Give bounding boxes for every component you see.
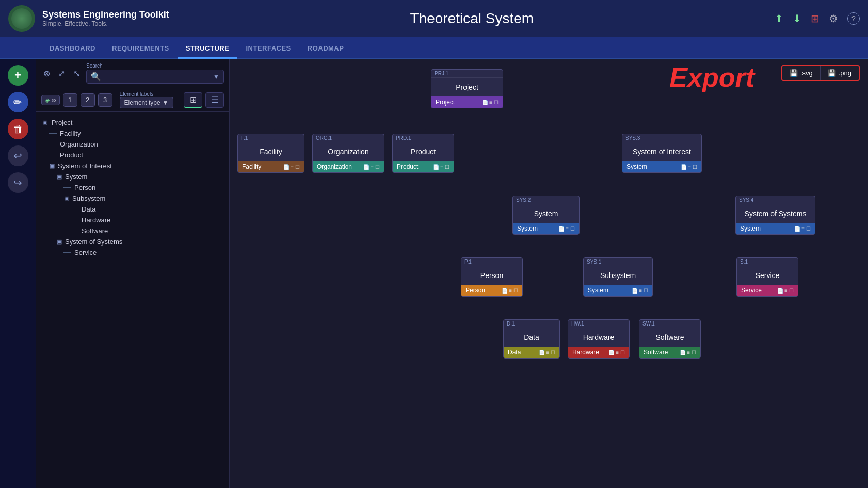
node-p1-label: Person bbox=[465, 287, 485, 294]
node-d1[interactable]: D.1 Data Data 📄 ≡ ☐ bbox=[503, 319, 560, 359]
chevron-down-icon: ▼ bbox=[163, 99, 169, 106]
app-name: Systems Engineering Toolkit bbox=[42, 9, 169, 20]
app-subtitle: Simple. Effective. Tools. bbox=[42, 20, 169, 27]
search-input[interactable] bbox=[104, 73, 213, 80]
node-sys3-header: SYS.3 bbox=[622, 134, 701, 142]
node-org1-footer: Organization 📄 ≡ ☐ bbox=[313, 161, 384, 172]
node-sys4-icons: 📄 ≡ ☐ bbox=[794, 226, 811, 232]
add-icon[interactable]: ⊞ bbox=[811, 12, 819, 25]
node-d1-header: D.1 bbox=[504, 320, 559, 328]
node-sys2-footer: System 📄 ≡ ☐ bbox=[513, 223, 579, 234]
node-sw1-header: SW.1 bbox=[639, 320, 700, 328]
tree-item-project[interactable]: ▣ Project bbox=[36, 117, 229, 128]
node-prd1[interactable]: PRD.1 Product Product 📄 ≡ ☐ bbox=[392, 134, 454, 173]
node-s1-header: S.1 bbox=[737, 258, 798, 266]
tab-dashboard[interactable]: DASHBOARD bbox=[41, 39, 104, 59]
node-hw1-body: Hardware bbox=[568, 328, 629, 347]
tree-item-data[interactable]: Data bbox=[36, 204, 229, 215]
node-sw1-icons: 📄 ≡ ☐ bbox=[680, 350, 696, 355]
tree-item-sos[interactable]: ▣ System of Systems bbox=[36, 236, 229, 247]
element-labels-label: Element labels bbox=[120, 91, 173, 97]
tree-item-software[interactable]: Software bbox=[36, 225, 229, 236]
node-prj1-header: PRJ.1 bbox=[431, 70, 503, 78]
node-hw1-header: HW.1 bbox=[568, 320, 629, 328]
main: + ✏ 🗑 ↩ ↪ ⊗ ⤢ ⤡ Search 🔍 ▼ ◈ ∞ bbox=[0, 59, 868, 488]
edit-button[interactable]: ✏ bbox=[8, 92, 28, 112]
expand-icon[interactable]: ⤢ bbox=[56, 67, 67, 80]
redo-button[interactable]: ↪ bbox=[8, 172, 28, 193]
node-f1[interactable]: F.1 Facility Facility 📄 ≡ ☐ bbox=[237, 134, 304, 173]
tree-item-organization[interactable]: Organization bbox=[36, 139, 229, 150]
export-label: Export bbox=[669, 62, 754, 93]
node-sys4[interactable]: SYS.4 System of Systems System 📄 ≡ ☐ bbox=[735, 196, 815, 235]
expand-project-icon: ▣ bbox=[41, 119, 49, 126]
settings-icon[interactable]: ⚙ bbox=[829, 12, 838, 25]
depth-1-button[interactable]: 1 bbox=[63, 93, 77, 107]
node-hw1-label: Hardware bbox=[572, 349, 599, 356]
collapse-icon[interactable]: ⤡ bbox=[71, 67, 82, 80]
tab-interfaces[interactable]: INTERFACES bbox=[237, 39, 299, 59]
tree-item-hardware[interactable]: Hardware bbox=[36, 215, 229, 225]
export-svg-button[interactable]: 💾 .svg bbox=[782, 66, 821, 80]
close-icon[interactable]: ⊗ bbox=[41, 67, 52, 80]
node-s1[interactable]: S.1 Service Service 📄 ≡ ☐ bbox=[736, 257, 798, 297]
delete-button[interactable]: 🗑 bbox=[8, 119, 28, 139]
expand-subsystem-icon: ▣ bbox=[63, 195, 70, 202]
node-p1[interactable]: P.1 Person Person 📄 ≡ ☐ bbox=[461, 257, 523, 297]
tree-item-facility[interactable]: Facility bbox=[36, 128, 229, 139]
node-p1-footer: Person 📄 ≡ ☐ bbox=[461, 285, 522, 296]
tree-label-system: System bbox=[65, 173, 87, 181]
node-prj1[interactable]: PRJ.1 Project Project 📄 ≡ ☐ bbox=[431, 69, 503, 108]
tree-item-system[interactable]: ▣ System bbox=[36, 171, 229, 182]
tree-item-person[interactable]: Person bbox=[36, 182, 229, 193]
search-dropdown-icon[interactable]: ▼ bbox=[213, 73, 219, 80]
node-sys1[interactable]: SYS.1 Subsystem System 📄 ≡ ☐ bbox=[583, 257, 653, 297]
node-org1[interactable]: ORG.1 Organization Organization 📄 ≡ ☐ bbox=[312, 134, 384, 173]
export-png-button[interactable]: 💾 .png bbox=[821, 66, 859, 80]
node-prd1-header: PRD.1 bbox=[393, 134, 454, 142]
tree-item-soi[interactable]: ▣ System of Interest bbox=[36, 160, 229, 171]
node-sys1-icons: 📄 ≡ ☐ bbox=[632, 288, 648, 294]
node-sys2[interactable]: SYS.2 System System 📄 ≡ ☐ bbox=[512, 196, 580, 235]
layer-selector[interactable]: ◈ ∞ bbox=[41, 95, 60, 105]
node-sys3-footer: System 📄 ≡ ☐ bbox=[622, 161, 701, 172]
svg-label: .svg bbox=[800, 69, 813, 77]
node-f1-label: Facility bbox=[242, 163, 261, 170]
save-icon: 💾 bbox=[790, 69, 798, 77]
tree-item-product[interactable]: Product bbox=[36, 150, 229, 160]
add-element-button[interactable]: + bbox=[8, 65, 28, 86]
undo-button[interactable]: ↩ bbox=[8, 145, 28, 166]
nav-tabs: DASHBOARD REQUIREMENTS STRUCTURE INTERFA… bbox=[0, 37, 868, 59]
node-hw1[interactable]: HW.1 Hardware Hardware 📄 ≡ ☐ bbox=[568, 319, 630, 359]
node-hw1-footer: Hardware 📄 ≡ ☐ bbox=[568, 347, 629, 358]
tab-requirements[interactable]: REQUIREMENTS bbox=[104, 39, 178, 59]
node-sys3-label: System bbox=[626, 163, 647, 170]
download-icon[interactable]: ⬇ bbox=[793, 12, 801, 25]
canvas: 💾 .svg 💾 .png Export bbox=[230, 59, 868, 488]
tree-label-project: Project bbox=[52, 119, 72, 126]
tree-label-service: Service bbox=[74, 249, 97, 256]
tree-item-service[interactable]: Service bbox=[36, 247, 229, 258]
app-logo bbox=[8, 5, 35, 32]
element-type-selector[interactable]: Element type ▼ bbox=[120, 97, 173, 108]
upload-icon[interactable]: ⬆ bbox=[775, 12, 783, 25]
tree-item-subsystem[interactable]: ▣ Subsystem bbox=[36, 193, 229, 204]
depth-3-button[interactable]: 3 bbox=[98, 93, 112, 107]
dash-icon bbox=[70, 231, 78, 231]
node-sys1-body: Subsystem bbox=[584, 266, 652, 285]
node-d1-icons: 📄 ≡ ☐ bbox=[539, 350, 555, 355]
node-sys1-label: System bbox=[588, 287, 608, 294]
depth-2-button[interactable]: 2 bbox=[81, 93, 95, 107]
tab-roadmap[interactable]: ROADMAP bbox=[299, 39, 352, 59]
diagram-area[interactable]: PRJ.1 Project Project 📄 ≡ ☐ F.1 Facility… bbox=[230, 59, 868, 488]
list-view-button[interactable]: ☰ bbox=[205, 92, 224, 108]
node-f1-header: F.1 bbox=[238, 134, 304, 142]
node-sys3[interactable]: SYS.3 System of Interest System 📄 ≡ ☐ bbox=[622, 134, 702, 173]
tree-view-button[interactable]: ⊞ bbox=[184, 92, 202, 108]
node-sw1[interactable]: SW.1 Software Software 📄 ≡ ☐ bbox=[639, 319, 701, 359]
tab-structure[interactable]: STRUCTURE bbox=[178, 39, 238, 59]
help-icon[interactable]: ? bbox=[847, 12, 860, 25]
node-p1-header: P.1 bbox=[461, 258, 522, 266]
node-prd1-icons: 📄 ≡ ☐ bbox=[433, 164, 449, 170]
node-prd1-label: Product bbox=[397, 163, 418, 170]
